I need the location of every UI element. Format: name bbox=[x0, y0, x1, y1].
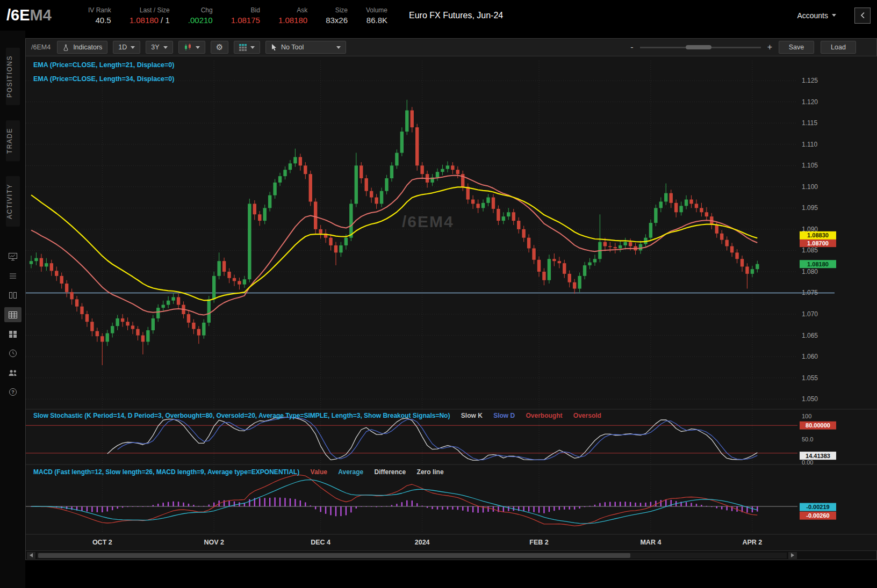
collapse-panel-button[interactable] bbox=[854, 8, 871, 24]
symbol-month-code: M4 bbox=[30, 6, 52, 24]
main-area: /6EM4 Indicators 1D 3Y ⚙ bbox=[25, 31, 877, 588]
grid-icon[interactable] bbox=[4, 326, 21, 342]
svg-text:NOV 2: NOV 2 bbox=[204, 539, 224, 546]
svg-text:80.00000: 80.00000 bbox=[806, 422, 830, 429]
toolbar-symbol: /6EM4 bbox=[31, 43, 51, 51]
sidebar-tab-trade[interactable]: TRADE bbox=[6, 120, 20, 161]
svg-text:1.100: 1.100 bbox=[802, 183, 818, 191]
svg-text:1.08180: 1.08180 bbox=[807, 261, 829, 267]
zoom-slider-handle[interactable] bbox=[686, 45, 711, 49]
field-last-size: Last / Size 1.08180 / 1 bbox=[130, 6, 170, 25]
svg-text:FEB 2: FEB 2 bbox=[529, 539, 548, 546]
svg-text:1.110: 1.110 bbox=[802, 141, 817, 148]
svg-text:APR 2: APR 2 bbox=[742, 539, 762, 546]
flask-icon bbox=[62, 44, 69, 51]
save-button[interactable]: Save bbox=[779, 41, 814, 54]
chevron-down-icon bbox=[131, 46, 135, 49]
svg-text:14.41383: 14.41383 bbox=[806, 453, 830, 459]
columns-icon[interactable] bbox=[4, 288, 21, 303]
svg-text:/6EM4: /6EM4 bbox=[402, 213, 454, 230]
list-icon[interactable] bbox=[4, 268, 21, 284]
chevron-down-icon bbox=[832, 14, 836, 17]
legend-overbought: Overbought bbox=[526, 412, 563, 419]
zoom-out-button[interactable]: - bbox=[630, 42, 633, 52]
stochastic-legend: Slow Stochastic (K Period=14, D Period=3… bbox=[33, 412, 601, 419]
stochastic-study-label: Slow Stochastic (K Period=14, D Period=3… bbox=[33, 412, 450, 419]
legend-value: Value bbox=[311, 468, 327, 476]
legend-difference: Difference bbox=[375, 468, 406, 476]
svg-text:1.070: 1.070 bbox=[802, 310, 818, 318]
svg-text:?: ? bbox=[11, 389, 15, 395]
chevron-left-icon bbox=[860, 12, 865, 19]
svg-text:2024: 2024 bbox=[415, 539, 430, 546]
svg-text:50.0: 50.0 bbox=[802, 436, 813, 442]
svg-text:OCT 2: OCT 2 bbox=[92, 539, 112, 546]
legend-zero-line: Zero line bbox=[417, 468, 444, 476]
svg-text:0.00: 0.00 bbox=[802, 459, 813, 466]
chart-grid-icon[interactable] bbox=[4, 307, 21, 322]
zoom-in-button[interactable]: + bbox=[767, 42, 772, 52]
load-button[interactable]: Load bbox=[821, 41, 856, 54]
macd-study-label: MACD (Fast length=12, Slow length=26, MA… bbox=[33, 468, 299, 476]
timeframe-dropdown[interactable]: 1D bbox=[113, 41, 140, 54]
chart-toolbar: /6EM4 Indicators 1D 3Y ⚙ bbox=[26, 39, 876, 56]
svg-text:1.080: 1.080 bbox=[802, 268, 818, 275]
scroll-right-button[interactable] bbox=[788, 552, 797, 559]
legend-slow-d: Slow D bbox=[493, 412, 515, 419]
monitor-icon[interactable] bbox=[4, 249, 21, 264]
chart-settings-button[interactable]: ⚙ bbox=[211, 41, 228, 54]
price-chart-canvas[interactable]: /6EM41.1251.1201.1151.1101.1051.1001.095… bbox=[26, 56, 877, 550]
svg-text:1.120: 1.120 bbox=[802, 98, 818, 106]
contract-description: Euro FX Futures, Jun-24 bbox=[409, 11, 503, 20]
sidebar-tab-activity[interactable]: ACTIVITY bbox=[6, 176, 20, 227]
help-icon[interactable]: ? bbox=[4, 384, 21, 400]
triangle-left-icon bbox=[30, 553, 33, 557]
drawing-tool-dropdown[interactable]: No Tool bbox=[265, 41, 346, 54]
chart-style-dropdown[interactable] bbox=[178, 41, 205, 54]
scrollbar-handle[interactable] bbox=[38, 553, 630, 558]
chart-area[interactable]: /6EM41.1251.1201.1151.1101.1051.1001.095… bbox=[26, 56, 877, 550]
chevron-down-icon bbox=[196, 46, 200, 49]
chevron-down-icon bbox=[163, 46, 168, 49]
svg-text:1.055: 1.055 bbox=[802, 374, 818, 382]
accounts-dropdown[interactable]: Accounts bbox=[797, 11, 836, 20]
triangle-right-icon bbox=[791, 553, 794, 557]
left-sidebar: POSITIONS TRADE ACTIVITY bbox=[0, 31, 25, 588]
zoom-slider[interactable] bbox=[640, 43, 761, 51]
range-dropdown[interactable]: 3Y bbox=[146, 41, 172, 54]
svg-text:-0.00260: -0.00260 bbox=[806, 512, 829, 519]
chart-scrollbar[interactable] bbox=[26, 550, 876, 560]
svg-text:MAR 4: MAR 4 bbox=[640, 539, 661, 546]
people-icon[interactable] bbox=[4, 365, 21, 380]
grid-style-dropdown[interactable] bbox=[234, 41, 260, 54]
chevron-down-icon bbox=[336, 46, 341, 49]
symbol-root: /6E bbox=[6, 6, 30, 24]
sidebar-icon-group: ? bbox=[4, 249, 21, 400]
ema21-study-label: EMA (Price=CLOSE, Length=21, Displace=0) bbox=[33, 61, 174, 69]
cursor-icon bbox=[271, 43, 277, 51]
scrollbar-track[interactable] bbox=[37, 553, 787, 558]
legend-slow-k: Slow K bbox=[461, 412, 483, 419]
quote-header: /6EM4 IV Rank 40.5 Last / Size 1.08180 /… bbox=[0, 0, 877, 31]
candlestick-icon bbox=[184, 43, 192, 51]
field-size: Size 83x26 bbox=[326, 6, 348, 25]
field-ask: Ask 1.08180 bbox=[278, 6, 307, 25]
toolbar-right-group: - + Save Load bbox=[630, 41, 856, 54]
indicators-button[interactable]: Indicators bbox=[57, 41, 107, 54]
sidebar-tab-positions[interactable]: POSITIONS bbox=[6, 48, 20, 105]
macd-legend: MACD (Fast length=12, Slow length=26, MA… bbox=[33, 468, 444, 476]
chart-panel: /6EM4 Indicators 1D 3Y ⚙ bbox=[25, 38, 877, 560]
symbol-title: /6EM4 bbox=[6, 6, 70, 24]
field-iv-rank: IV Rank 40.5 bbox=[88, 6, 111, 25]
ema34-study-label: EMA (Price=CLOSE, Length=34, Displace=0) bbox=[33, 75, 174, 83]
clock-icon[interactable] bbox=[4, 346, 21, 361]
svg-text:1.105: 1.105 bbox=[802, 162, 818, 169]
svg-text:1.125: 1.125 bbox=[802, 77, 818, 84]
svg-text:1.085: 1.085 bbox=[802, 246, 818, 254]
flexible-grid-icon bbox=[239, 44, 247, 51]
svg-text:1.060: 1.060 bbox=[802, 353, 818, 360]
scroll-left-button[interactable] bbox=[27, 552, 35, 559]
svg-text:-0.00219: -0.00219 bbox=[806, 504, 829, 510]
app-root: { "header": { "symbol_main": "/6E", "sym… bbox=[0, 0, 877, 588]
svg-text:1.08700: 1.08700 bbox=[807, 240, 829, 246]
